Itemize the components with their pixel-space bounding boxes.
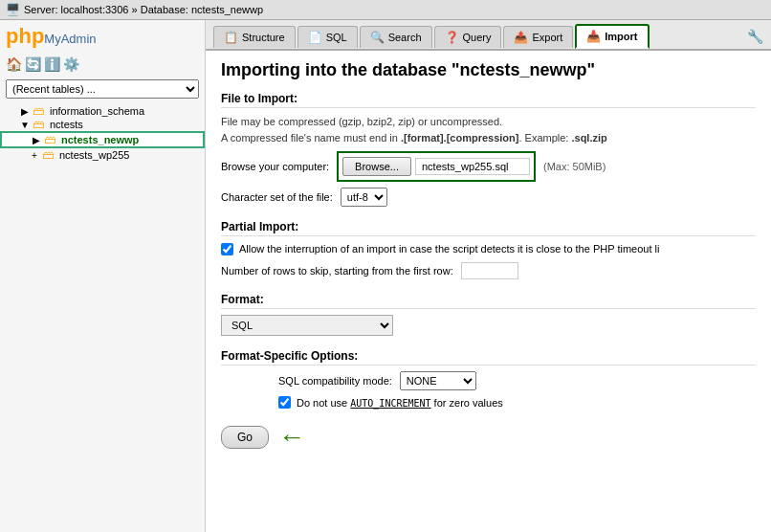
tab-search[interactable]: 🔍 Search — [360, 26, 432, 48]
tab-sql[interactable]: 📄 SQL — [297, 26, 358, 48]
sidebar: phpMyAdmin 🏠 🔄 ℹ️ ⚙️ (Recent tables) ...… — [0, 20, 206, 532]
skip-rows-input[interactable]: 0 — [461, 262, 518, 279]
query-icon: ❓ — [445, 31, 459, 44]
tab-structure[interactable]: 📋 Structure — [213, 26, 296, 48]
export-icon: 📤 — [514, 31, 528, 44]
sidebar-item-label: nctests_wp255 — [59, 149, 129, 161]
tab-query-label: Query — [463, 32, 492, 43]
tab-import[interactable]: 📥 Import — [575, 24, 649, 49]
page-content: Importing into the database "nctests_new… — [206, 51, 771, 532]
format-specific-title: Format-Specific Options: — [221, 349, 756, 366]
auto-inc-label: Do not use AUTO_INCREMENT for zero value… — [297, 397, 503, 409]
compat-row: SQL compatibility mode: NONE — [278, 371, 756, 390]
database-icon: 🗃 — [42, 149, 57, 161]
compat-select[interactable]: NONE — [400, 371, 476, 390]
expander-icon[interactable]: ▶ — [31, 134, 42, 145]
allow-interrupt-row: Allow the interruption of an import in c… — [221, 242, 756, 256]
go-button[interactable]: Go — [221, 426, 269, 449]
file-browse-row: Browse your computer: Browse... nctests_… — [221, 151, 756, 182]
charset-select[interactable]: utf-8 — [341, 188, 387, 207]
allow-interrupt-checkbox[interactable] — [221, 243, 233, 255]
info-line2: A compressed file's name must end in .[f… — [221, 132, 607, 144]
sidebar-item-nctests-newwp[interactable]: ▶ 🗃 nctests_newwp — [0, 131, 205, 148]
expander-icon[interactable]: + — [29, 149, 40, 161]
database-icon: 🗃 — [33, 105, 48, 117]
file-section-title: File to Import: — [221, 92, 756, 108]
format-select[interactable]: SQL — [221, 315, 393, 336]
import-icon: 📥 — [586, 30, 601, 43]
go-row: Go ← — [221, 422, 756, 453]
tab-export[interactable]: 📤 Export — [503, 26, 573, 48]
sidebar-header: phpMyAdmin — [0, 20, 205, 53]
browse-box: Browse... nctests_wp255.sql — [337, 151, 536, 182]
wrench-icon[interactable]: 🔧 — [747, 29, 763, 44]
expander-icon[interactable]: ▶ — [19, 105, 31, 117]
top-bar: 🖥️ Server: localhost:3306 » Database: nc… — [0, 0, 771, 20]
main-content: 📋 Structure 📄 SQL 🔍 Search ❓ Query 📤 Exp… — [206, 20, 771, 532]
sidebar-item-label: nctests_newwp — [61, 134, 139, 145]
charset-row: Character set of the file: utf-8 — [221, 188, 756, 207]
recent-dropdown[interactable]: (Recent tables) ... — [6, 79, 199, 99]
max-size-label: (Max: 50MiB) — [543, 161, 606, 172]
browse-button[interactable]: Browse... — [342, 157, 411, 176]
tab-search-label: Search — [388, 32, 422, 43]
sidebar-item-nctests[interactable]: ▼ 🗃 nctests — [0, 118, 205, 131]
file-import-section: File to Import: File may be compressed (… — [221, 92, 756, 207]
tab-import-label: Import — [605, 31, 637, 42]
info-line1: File may be compressed (gzip, bzip2, zip… — [221, 116, 502, 127]
go-arrow-icon: ← — [278, 422, 305, 453]
charset-label: Character set of the file: — [221, 191, 333, 203]
reload-icon[interactable]: 🔄 — [25, 56, 40, 72]
sql-icon: 📄 — [308, 31, 322, 44]
database-icon: 🗃 — [33, 119, 48, 130]
tab-query[interactable]: ❓ Query — [434, 26, 502, 48]
database-tree: ▶ 🗃 information_schema ▼ 🗃 nctests ▶ 🗃 n… — [0, 102, 205, 532]
tab-structure-label: Structure — [242, 32, 285, 43]
format-section: Format: SQL — [221, 293, 756, 336]
file-info-text: File may be compressed (gzip, bzip2, zip… — [221, 114, 756, 145]
sidebar-item-nctests-wp255[interactable]: + 🗃 nctests_wp255 — [0, 148, 205, 162]
tab-export-label: Export — [532, 32, 562, 43]
sidebar-icons: 🏠 🔄 ℹ️ ⚙️ — [0, 53, 205, 76]
format-section-title: Format: — [221, 293, 756, 309]
structure-icon: 📋 — [224, 31, 238, 44]
expander-icon[interactable]: ▼ — [19, 119, 31, 130]
tabs-bar: 📋 Structure 📄 SQL 🔍 Search ❓ Query 📤 Exp… — [206, 20, 771, 51]
page-title: Importing into the database "nctests_new… — [221, 60, 756, 80]
home-icon[interactable]: 🏠 — [6, 56, 21, 72]
app-logo: phpMyAdmin — [6, 24, 199, 49]
search-icon: 🔍 — [370, 31, 385, 44]
auto-inc-checkbox[interactable] — [278, 396, 291, 409]
settings-icon[interactable]: ⚙️ — [63, 56, 78, 72]
skip-rows-label: Number of rows to skip, starting from th… — [221, 265, 453, 277]
tab-sql-label: SQL — [326, 32, 347, 43]
file-name-display: nctests_wp255.sql — [415, 158, 530, 175]
sidebar-item-information-schema[interactable]: ▶ 🗃 information_schema — [0, 104, 205, 118]
breadcrumb-icon: 🖥️ — [6, 3, 20, 16]
sidebar-item-label: information_schema — [50, 105, 144, 117]
browse-label: Browse your computer: — [221, 161, 329, 172]
partial-import-section: Partial Import: Allow the interruption o… — [221, 220, 756, 279]
skip-rows-row: Number of rows to skip, starting from th… — [221, 262, 756, 279]
breadcrumb: Server: localhost:3306 » Database: nctes… — [24, 4, 263, 15]
compat-label: SQL compatibility mode: — [278, 375, 392, 387]
allow-interrupt-label: Allow the interruption of an import in c… — [239, 242, 659, 256]
partial-section-title: Partial Import: — [221, 220, 756, 236]
recent-tables-select[interactable]: (Recent tables) ... — [6, 79, 199, 99]
sidebar-item-label: nctests — [50, 119, 83, 130]
info-icon[interactable]: ℹ️ — [44, 56, 59, 72]
database-icon: 🗃 — [44, 134, 59, 145]
format-specific-section: Format-Specific Options: SQL compatibili… — [221, 349, 756, 409]
auto-inc-row: Do not use AUTO_INCREMENT for zero value… — [278, 396, 756, 409]
